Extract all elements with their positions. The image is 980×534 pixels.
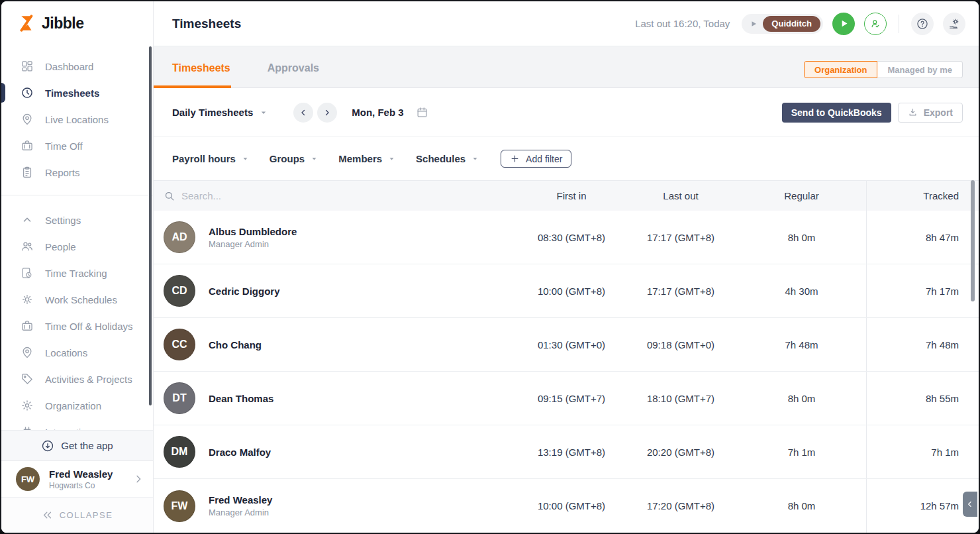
column-header-last-out[interactable]: Last out: [624, 190, 737, 201]
sidebar-item-work-schedules[interactable]: Work Schedules: [1, 286, 153, 313]
start-timer-button[interactable]: [832, 13, 855, 35]
table-row[interactable]: DTDean Thomas09:15 (GMT+7)18:10 (GMT+7)8…: [154, 372, 979, 425]
download-circle-icon: [41, 439, 54, 453]
tracked-value: 8h 55m: [866, 372, 979, 425]
sidebar-nav: DashboardTimesheetsLive LocationsTime Of…: [1, 45, 153, 430]
table-row[interactable]: ADAlbus DumbledoreManager Admin08:30 (GM…: [154, 211, 979, 264]
last-out-value: 17:17 (GMT+8): [624, 232, 737, 243]
avatar: AD: [164, 221, 195, 253]
sidebar-item-timesheets[interactable]: Timesheets: [1, 80, 153, 106]
sidebar-item-time-tracking[interactable]: Time Tracking: [1, 260, 153, 286]
regular-value: 8h 0m: [737, 393, 866, 404]
table-row[interactable]: FWFred WeasleyManager Admin10:00 (GMT+8)…: [154, 479, 979, 533]
timesheet-table: First in Last out Regular Tracked ADAlbu…: [154, 180, 979, 533]
filter-payroll-hours[interactable]: Payroll hours: [172, 153, 250, 164]
help-button[interactable]: [911, 13, 934, 35]
period-selector[interactable]: Daily Timesheets: [172, 107, 268, 118]
page-title: Timesheets: [172, 17, 241, 31]
user-profile[interactable]: FW Fred Weasley Hogwarts Co: [1, 460, 153, 497]
member-name: Draco Malfoy: [209, 447, 271, 458]
sidebar-divider: [1, 195, 153, 195]
support-button[interactable]: [943, 13, 965, 35]
avatar: FW: [164, 490, 195, 522]
play-icon: [839, 19, 849, 28]
table-body: ADAlbus DumbledoreManager Admin08:30 (GM…: [154, 211, 979, 533]
briefcase-icon: [20, 139, 34, 153]
toolbar: Daily Timesheets Mon, Feb 3 Send to Quic: [154, 88, 979, 137]
filter-groups[interactable]: Groups: [270, 153, 318, 164]
sidebar-item-activities-projects[interactable]: Activities & Projects: [1, 366, 153, 392]
main-area: Timesheets Last out 16:20, Today Quiddit…: [154, 1, 979, 533]
sidebar-scrollbar[interactable]: [149, 46, 152, 405]
last-out-value: 17:20 (GMT+8): [624, 500, 737, 511]
sidebar-item-reports[interactable]: Reports: [1, 159, 153, 186]
people-icon: [20, 240, 34, 254]
calendar-icon[interactable]: [416, 106, 428, 119]
tab-timesheets[interactable]: Timesheets: [172, 62, 230, 87]
side-panel-handle[interactable]: [963, 492, 977, 517]
hand-gear-icon: [948, 17, 961, 30]
schedule-icon: [20, 293, 34, 307]
sidebar-item-organization[interactable]: Organization: [1, 392, 153, 419]
prev-day-button[interactable]: [293, 103, 313, 123]
toggle-organization[interactable]: Organization: [804, 61, 877, 78]
sidebar-item-settings[interactable]: Settings: [1, 207, 153, 233]
first-in-value: 08:30 (GMT+8): [518, 232, 624, 243]
chevron-right-icon: [322, 108, 332, 117]
column-header-tracked[interactable]: Tracked: [866, 181, 979, 211]
sidebar-item-integrations[interactable]: Integrations: [1, 419, 153, 430]
dashboard-icon: [20, 60, 34, 74]
filter-members[interactable]: Members: [338, 153, 396, 164]
table-row[interactable]: CCCho Chang01:30 (GMT+0)09:18 (GMT+0)7h …: [154, 318, 979, 372]
person-check-button[interactable]: [864, 13, 887, 35]
tracked-value: 12h 57m: [866, 479, 979, 533]
chevron-down-icon: [310, 154, 318, 163]
search-icon: [164, 190, 175, 202]
chevron-down-icon: [471, 154, 479, 163]
last-out-value: 09:18 (GMT+0): [624, 339, 737, 350]
search-input[interactable]: [181, 190, 380, 201]
sidebar-item-dashboard[interactable]: Dashboard: [1, 53, 153, 80]
regular-value: 7h 1m: [737, 447, 866, 458]
next-day-button[interactable]: [317, 103, 337, 123]
filter-bar: Payroll hoursGroupsMembersSchedules Add …: [154, 137, 979, 180]
get-the-app-button[interactable]: Get the app: [1, 430, 153, 460]
add-filter-button[interactable]: Add filter: [501, 150, 571, 168]
sidebar-item-people[interactable]: People: [1, 233, 153, 260]
download-icon: [908, 107, 918, 117]
last-out-status: Last out 16:20, Today: [635, 18, 730, 29]
time-tracking-icon: [20, 266, 34, 280]
table-scrollbar[interactable]: [971, 180, 975, 301]
toggle-managed-by-me[interactable]: Managed by me: [877, 61, 963, 78]
export-button[interactable]: Export: [898, 103, 963, 123]
chevron-down-icon: [259, 108, 268, 117]
sidebar-item-time-off-holidays[interactable]: Time Off & Holidays: [1, 313, 153, 339]
send-to-quickbooks-button[interactable]: Send to QuickBooks: [782, 103, 891, 123]
sidebar-item-locations[interactable]: Locations: [1, 339, 153, 366]
column-header-first-in[interactable]: First in: [518, 190, 624, 201]
table-row[interactable]: CDCedric Diggory10:00 (GMT+8)17:17 (GMT+…: [154, 264, 979, 318]
table-header: First in Last out Regular Tracked: [154, 180, 979, 211]
logo[interactable]: Jibble: [1, 1, 153, 45]
double-chevron-left-icon: [42, 509, 53, 521]
map-pin-icon: [20, 346, 34, 360]
tracked-value: 7h 1m: [866, 425, 979, 478]
sidebar-item-time-off[interactable]: Time Off: [1, 133, 153, 159]
topbar: Timesheets Last out 16:20, Today Quiddit…: [154, 1, 979, 46]
clock-icon: [20, 86, 34, 100]
collapse-button[interactable]: COLLAPSE: [1, 497, 153, 533]
plus-icon: [510, 154, 520, 164]
sidebar-item-live-locations[interactable]: Live Locations: [1, 106, 153, 133]
play-small-icon: [750, 20, 758, 28]
regular-value: 4h 30m: [737, 286, 866, 297]
filter-schedules[interactable]: Schedules: [416, 153, 479, 164]
first-in-value: 09:15 (GMT+7): [518, 393, 624, 404]
column-header-regular[interactable]: Regular: [737, 190, 866, 201]
table-row[interactable]: DMDraco Malfoy13:19 (GMT+8)20:20 (GMT+8)…: [154, 425, 979, 479]
timer-pill[interactable]: Quidditch: [742, 14, 823, 34]
first-in-value: 13:19 (GMT+8): [518, 447, 624, 458]
tab-approvals[interactable]: Approvals: [268, 62, 319, 87]
app-window: Jibble DashboardTimesheetsLive Locations…: [0, 0, 980, 534]
clipboard-icon: [20, 166, 34, 180]
map-pin-icon: [20, 113, 34, 127]
